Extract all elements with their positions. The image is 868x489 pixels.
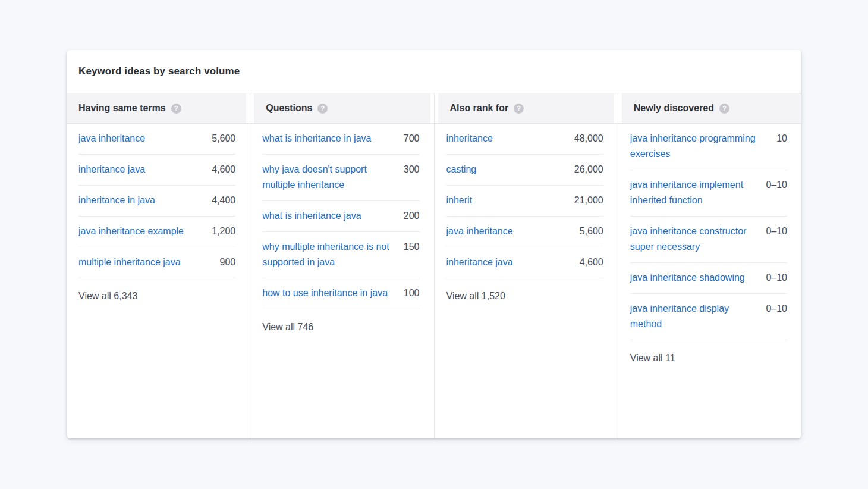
keyword-column-questions: Questions ? what is inheritance in java … [250,93,433,438]
column-body: java inheritance programming exercises 1… [618,124,801,438]
card-title-row: Keyword ideas by search volume [67,50,801,93]
column-header-band: Newly discovered ? [618,93,801,124]
search-volume: 150 [404,239,420,255]
search-volume: 0–10 [766,301,787,316]
keyword-row: java inheritance implement inherited fun… [630,170,787,217]
keyword-link[interactable]: what is inheritance java [262,208,361,224]
keyword-link[interactable]: inheritance in java [78,193,155,208]
search-volume: 0–10 [766,270,787,286]
search-volume: 700 [404,131,420,146]
search-volume: 0–10 [766,177,787,193]
keyword-link[interactable]: java inheritance implement inherited fun… [630,177,758,208]
search-volume: 300 [404,162,420,177]
column-header-label: Questions [266,103,312,114]
keyword-row: inheritance in java 4,400 [78,186,235,217]
view-all-row: View all 1,520 [446,278,603,314]
keyword-row: why java doesn't support multiple inheri… [262,155,419,201]
view-all-link[interactable]: View all 11 [630,353,675,363]
keyword-rows: java inheritance 5,600 inheritance java … [78,124,235,278]
view-all-row: View all 11 [630,340,787,376]
column-body: inheritance 48,000 casting 26,000 inheri… [435,124,618,438]
keyword-row: multiple inheritance java 900 [78,247,235,278]
search-volume: 48,000 [574,131,603,146]
keyword-link[interactable]: inheritance java [78,162,145,177]
column-header-band: Questions ? [250,93,433,124]
view-all-row: View all 746 [262,309,419,345]
keyword-link[interactable]: what is inheritance in java [262,131,371,146]
keyword-row: java inheritance 5,600 [446,217,603,247]
help-icon[interactable]: ? [719,104,729,114]
keyword-link[interactable]: java inheritance programming exercises [630,131,768,162]
search-volume: 0–10 [766,224,787,239]
column-header-band: Having same terms ? [67,93,250,124]
keyword-link[interactable]: java inheritance shadowing [630,270,745,286]
keyword-row: java inheritance example 1,200 [78,217,235,247]
search-volume: 21,000 [574,193,603,208]
column-body: what is inheritance in java 700 why java… [250,124,433,438]
column-header-band: Also rank for ? [435,93,618,124]
column-body: java inheritance 5,600 inheritance java … [67,124,250,438]
keyword-row: java inheritance 5,600 [78,124,235,155]
column-header: Having same terms ? [67,93,246,123]
search-volume: 5,600 [212,131,235,146]
keyword-row: inheritance java 4,600 [78,155,235,186]
keyword-column-having-same-terms: Having same terms ? java inheritance 5,6… [67,93,250,438]
search-volume: 900 [220,255,236,270]
keyword-link[interactable]: java inheritance [446,224,513,239]
search-volume: 4,400 [212,193,235,208]
view-all-link[interactable]: View all 746 [262,322,313,332]
search-volume: 100 [404,286,420,301]
search-volume: 10 [776,131,787,146]
keyword-row: java inheritance constructor super neces… [630,217,787,263]
page-title: Keyword ideas by search volume [78,65,240,77]
column-header: Newly discovered ? [622,93,801,123]
keyword-column-newly-discovered: Newly discovered ? java inheritance prog… [618,93,801,438]
page-background: Keyword ideas by search volume Having sa… [0,0,868,489]
help-icon[interactable]: ? [317,104,328,114]
search-volume: 5,600 [580,224,603,239]
column-header-label: Newly discovered [634,103,714,114]
keyword-rows: java inheritance programming exercises 1… [630,124,787,340]
keyword-rows: what is inheritance in java 700 why java… [262,124,419,309]
keyword-row: why multiple inheritance is not supporte… [262,232,419,278]
keyword-row: java inheritance shadowing 0–10 [630,263,787,294]
view-all-link[interactable]: View all 6,343 [78,291,137,301]
column-header-label: Having same terms [78,103,166,114]
search-volume: 4,600 [212,162,235,177]
keyword-link[interactable]: inheritance java [446,255,513,270]
keyword-link[interactable]: inheritance [446,131,493,146]
keyword-row: casting 26,000 [446,155,603,186]
view-all-link[interactable]: View all 1,520 [446,291,505,301]
keyword-row: inheritance 48,000 [446,124,603,155]
keyword-columns: Having same terms ? java inheritance 5,6… [67,93,801,438]
help-icon[interactable]: ? [514,104,524,114]
keyword-ideas-card: Keyword ideas by search volume Having sa… [67,50,801,438]
keyword-link[interactable]: java inheritance display method [630,301,758,332]
keyword-row: how to use inheritance in java 100 [262,278,419,309]
search-volume: 1,200 [212,224,235,239]
search-volume: 4,600 [580,255,603,270]
keyword-row: java inheritance display method 0–10 [630,294,787,340]
view-all-row: View all 6,343 [78,278,235,314]
search-volume: 200 [404,208,420,224]
keyword-link[interactable]: java inheritance constructor super neces… [630,224,758,255]
search-volume: 26,000 [574,162,603,177]
column-header: Questions ? [254,93,430,123]
keyword-row: inherit 21,000 [446,186,603,217]
keyword-link[interactable]: java inheritance [78,131,145,146]
column-header: Also rank for ? [438,93,614,123]
keyword-rows: inheritance 48,000 casting 26,000 inheri… [446,124,603,278]
keyword-link[interactable]: why java doesn't support multiple inheri… [262,162,395,193]
keyword-row: java inheritance programming exercises 1… [630,124,787,170]
keyword-link[interactable]: java inheritance example [78,224,184,239]
keyword-link[interactable]: inherit [446,193,473,208]
keyword-column-also-rank-for: Also rank for ? inheritance 48,000 casti… [434,93,618,438]
keyword-link[interactable]: casting [446,162,477,177]
keyword-link[interactable]: why multiple inheritance is not supporte… [262,239,395,270]
keyword-row: what is inheritance java 200 [262,201,419,232]
keyword-row: what is inheritance in java 700 [262,124,419,155]
keyword-link[interactable]: how to use inheritance in java [262,286,388,301]
help-icon[interactable]: ? [171,104,181,114]
keyword-link[interactable]: multiple inheritance java [78,255,181,270]
column-header-label: Also rank for [450,103,509,114]
